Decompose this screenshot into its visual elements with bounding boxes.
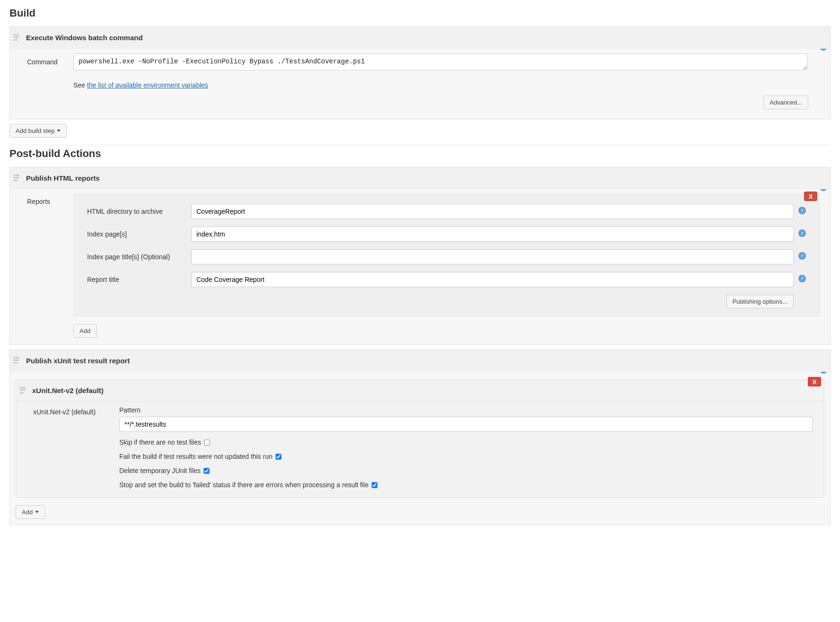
xunit-tool-block: X xUnit.Net-v2 (default) xUnit.Net-v2 (d… <box>16 379 824 498</box>
drag-handle-icon[interactable] <box>14 34 19 42</box>
env-vars-link[interactable]: the list of available environment variab… <box>87 81 208 89</box>
xunit-left-label: xUnit.Net-v2 (default) <box>33 406 114 489</box>
publish-xunit-header: Publish xUnit test result report <box>10 350 830 372</box>
index-title-input[interactable] <box>191 249 794 264</box>
add-build-step-label: Add build step <box>16 127 54 134</box>
pattern-input[interactable] <box>119 417 813 432</box>
exec-batch-step: X ? Execute Windows batch command Comman… <box>9 26 831 119</box>
caret-down-icon <box>35 511 39 513</box>
command-label: Command <box>27 53 73 66</box>
publish-xunit-step: X ? Publish xUnit test result report X x… <box>9 350 831 525</box>
add-report-button[interactable]: Add <box>73 324 97 338</box>
xunit-tool-header: xUnit.Net-v2 (default) <box>16 380 824 402</box>
drag-handle-icon[interactable] <box>14 357 19 365</box>
xunit-sub-title: xUnit.Net-v2 (default) <box>32 386 104 394</box>
report-title-label: Report title <box>87 276 191 283</box>
delete-junit-checkbox[interactable] <box>203 468 209 473</box>
html-dir-label: HTML directory to archive <box>87 208 191 215</box>
help-icon[interactable]: ? <box>798 229 806 237</box>
index-pages-input[interactable] <box>191 227 794 242</box>
pattern-label: Pattern <box>119 406 813 414</box>
help-icon[interactable]: ? <box>798 275 806 282</box>
publish-html-step: X ? Publish HTML reports Reports X HTML … <box>9 167 831 345</box>
skip-no-tests-checkbox[interactable] <box>204 439 210 445</box>
stop-on-error-label: Stop and set the build to 'failed' statu… <box>119 481 369 489</box>
index-pages-label: Index page[s] <box>87 230 191 238</box>
delete-junit-label: Delete temporary JUnit files <box>119 467 201 474</box>
add-build-step-button[interactable]: Add build step <box>9 124 67 138</box>
report-entry: X HTML directory to archive ? Index page… <box>73 194 820 316</box>
publish-xunit-title: Publish xUnit test result report <box>26 357 130 365</box>
drag-handle-icon[interactable] <box>14 175 19 182</box>
hint-prefix: See <box>73 81 87 89</box>
help-icon[interactable]: ? <box>798 252 806 260</box>
report-title-input[interactable] <box>191 272 794 287</box>
stop-on-error-checkbox[interactable] <box>371 482 377 488</box>
fail-not-updated-checkbox[interactable] <box>275 454 281 459</box>
delete-report-entry[interactable]: X <box>804 192 817 201</box>
publish-html-header: Publish HTML reports <box>10 167 830 189</box>
html-dir-input[interactable] <box>191 204 794 219</box>
drag-handle-icon[interactable] <box>20 387 26 394</box>
add-xunit-tool-button[interactable]: Add <box>16 505 45 519</box>
index-title-label: Index page title[s] (Optional) <box>87 253 191 261</box>
publishing-options-button[interactable]: Publishing options... <box>726 295 794 308</box>
postbuild-section-title: Post-build Actions <box>9 148 831 160</box>
env-vars-hint: See the list of available environment va… <box>73 81 807 89</box>
build-section-title: Build <box>9 7 831 19</box>
fail-not-updated-label: Fail the build if test results were not … <box>119 453 273 460</box>
exec-batch-title: Execute Windows batch command <box>26 34 143 42</box>
command-input[interactable] <box>73 53 807 70</box>
publish-html-title: Publish HTML reports <box>26 174 100 182</box>
caret-down-icon <box>57 130 61 132</box>
exec-batch-header: Execute Windows batch command <box>10 27 830 49</box>
skip-no-tests-label: Skip if there are no test files <box>119 438 201 446</box>
reports-label: Reports <box>27 194 73 338</box>
add-xunit-label: Add <box>22 508 33 516</box>
advanced-button[interactable]: Advanced... <box>763 96 808 109</box>
help-icon[interactable]: ? <box>798 207 806 214</box>
